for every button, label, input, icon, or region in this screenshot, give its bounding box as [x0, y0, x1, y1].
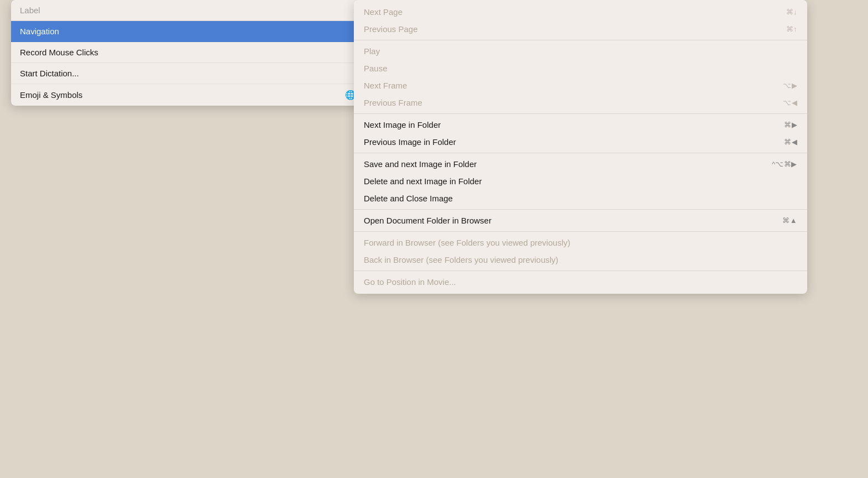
separator-1: [354, 40, 807, 40]
submenu-item-next-frame[interactable]: Next Frame ⌥▶: [354, 77, 807, 94]
submenu-save-next-label: Save and next Image in Folder: [364, 159, 477, 169]
submenu-back-browser-label: Back in Browser (see Folders you viewed …: [364, 255, 558, 264]
submenu-item-previous-page[interactable]: Previous Page ⌘↑: [354, 20, 807, 38]
menu-item-start-dictation[interactable]: Start Dictation...: [11, 63, 365, 84]
submenu-previous-page-shortcut: ⌘↑: [786, 25, 798, 33]
submenu-next-image-label: Next Image in Folder: [364, 120, 441, 129]
submenu-item-delete-and-close[interactable]: Delete and Close Image: [354, 190, 807, 207]
submenu-previous-frame-label: Previous Frame: [364, 98, 422, 107]
submenu-save-next-shortcut: ^⌥⌘▶: [772, 160, 797, 168]
submenu-item-open-document-folder[interactable]: Open Document Folder in Browser ⌘▲: [354, 212, 807, 229]
submenu-forward-browser-label: Forward in Browser (see Folders you view…: [364, 238, 570, 247]
menu-item-label[interactable]: Label ›: [11, 0, 365, 21]
menu-item-navigation[interactable]: Navigation ›: [11, 21, 365, 42]
submenu-next-image-shortcut: ⌘▶: [784, 121, 797, 129]
submenu-pause-label: Pause: [364, 64, 388, 73]
menu-item-emoji-symbols[interactable]: Emoji & Symbols 🌐: [11, 84, 365, 106]
submenu-next-frame-label: Next Frame: [364, 81, 407, 90]
menu-item-dictation-label: Start Dictation...: [20, 69, 79, 78]
submenu-play-label: Play: [364, 46, 380, 56]
menu-item-label-text: Label: [20, 6, 40, 15]
submenu-previous-frame-shortcut: ⌥◀: [783, 98, 797, 107]
menu-item-navigation-label: Navigation: [20, 27, 59, 36]
menu-item-record-mouse-clicks[interactable]: Record Mouse Clicks ›: [11, 42, 365, 63]
submenu-item-pause[interactable]: Pause: [354, 60, 807, 77]
menu-item-record-label: Record Mouse Clicks: [20, 48, 98, 57]
submenu-delete-close-label: Delete and Close Image: [364, 194, 453, 203]
submenu-item-back-in-browser[interactable]: Back in Browser (see Folders you viewed …: [354, 251, 807, 268]
submenu-item-go-to-position[interactable]: Go to Position in Movie...: [354, 273, 807, 290]
submenu-previous-page-label: Previous Page: [364, 24, 418, 34]
left-menu: Label › Navigation › Record Mouse Clicks…: [11, 0, 365, 106]
submenu-item-next-page[interactable]: Next Page ⌘↓: [354, 3, 807, 20]
submenu-open-document-label: Open Document Folder in Browser: [364, 216, 491, 225]
submenu-go-to-position-label: Go to Position in Movie...: [364, 277, 456, 287]
submenu-previous-image-label: Previous Image in Folder: [364, 137, 456, 147]
submenu-item-forward-in-browser[interactable]: Forward in Browser (see Folders you view…: [354, 234, 807, 251]
separator-2: [354, 113, 807, 114]
separator-5: [354, 231, 807, 232]
submenu-item-play[interactable]: Play: [354, 43, 807, 60]
menu-item-emoji-label: Emoji & Symbols: [20, 90, 82, 100]
submenu-open-document-shortcut: ⌘▲: [782, 216, 797, 225]
submenu-item-save-and-next[interactable]: Save and next Image in Folder ^⌥⌘▶: [354, 155, 807, 173]
submenu-previous-image-shortcut: ⌘◀: [784, 138, 797, 146]
separator-4: [354, 209, 807, 210]
submenu-next-page-label: Next Page: [364, 7, 402, 17]
submenu-next-frame-shortcut: ⌥▶: [783, 81, 797, 90]
separator-6: [354, 271, 807, 271]
submenu-item-previous-frame[interactable]: Previous Frame ⌥◀: [354, 94, 807, 111]
separator-3: [354, 153, 807, 153]
right-submenu: Next Page ⌘↓ Previous Page ⌘↑ Play Pause…: [354, 0, 807, 294]
submenu-item-previous-image-in-folder[interactable]: Previous Image in Folder ⌘◀: [354, 133, 807, 150]
submenu-next-page-shortcut: ⌘↓: [786, 8, 798, 16]
submenu-delete-next-label: Delete and next Image in Folder: [364, 176, 482, 186]
submenu-item-next-image-in-folder[interactable]: Next Image in Folder ⌘▶: [354, 116, 807, 133]
submenu-item-delete-and-next[interactable]: Delete and next Image in Folder: [354, 173, 807, 190]
